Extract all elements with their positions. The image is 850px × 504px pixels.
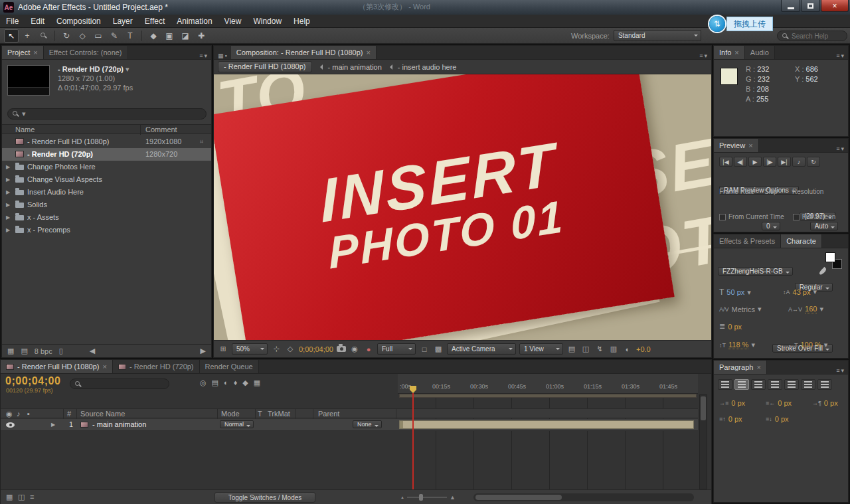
zoom-knob[interactable] [419,494,423,501]
panel-menu-icon[interactable]: ≡▾ [832,367,848,374]
space-before-value[interactable]: 0 px [728,415,742,423]
frame-blend-icon[interactable]: ▤ [212,378,218,387]
view-options-icon[interactable]: ▤ [566,345,577,353]
last-frame-button[interactable]: ▶| [778,157,791,167]
close-button[interactable]: × [821,0,849,12]
from-current-time-checkbox[interactable] [719,214,726,220]
pen-tool[interactable]: ✎ [107,29,122,42]
clone-stamp-tool[interactable]: ▣ [162,29,177,42]
first-line-indent-control[interactable]: →¶ 0 px [812,399,838,407]
selection-tool[interactable]: ↖ [4,29,19,42]
panel-menu-icon[interactable]: ≡▾ [195,52,211,59]
zoom-in-icon[interactable]: ▲ [450,494,456,501]
zoom-tool[interactable] [36,29,50,42]
loop-icon[interactable]: ↻ [807,157,820,167]
composition-viewport[interactable]: TO SE OT INSERT PHOTO 01 [214,74,711,341]
magnification-select[interactable]: 50% [232,343,268,355]
kerning-control[interactable]: A/V Metrics ▾ [719,305,762,313]
column-mode[interactable]: Mode [221,410,240,418]
trash-icon[interactable]: ▯ [59,347,63,355]
tab-paragraph[interactable]: Paragraph × [714,361,767,374]
chevron-down-icon[interactable]: ▾ [126,65,129,73]
expander-icon[interactable]: ▶ [6,224,10,236]
column-divider[interactable] [140,125,141,135]
expand-layer-switches-icon[interactable]: ▦ [6,493,13,501]
collect-files-icon[interactable]: ▦ [7,347,14,355]
panel-menu-icon[interactable]: ≡▾ [832,145,848,152]
auto-keyframe-icon[interactable]: ◆ [242,378,248,387]
current-time-display[interactable]: 0;00;04;00 [299,345,333,353]
expander-icon[interactable]: ▶ [6,173,10,186]
justify-last-left-button[interactable] [768,379,782,390]
menu-view[interactable]: View [218,15,248,28]
play-button[interactable]: ▶ [748,157,762,167]
indent-left-control[interactable]: →≡ 0 px [719,399,745,407]
menu-layer[interactable]: Layer [107,15,139,28]
pan-behind-tool[interactable]: ◇ [75,29,90,42]
indent-left-value[interactable]: 0 px [731,399,745,407]
expand-in-out-icon[interactable]: ≡ [30,493,34,501]
justify-last-right-button[interactable] [801,379,815,390]
tab-project[interactable]: Project × [2,46,44,59]
stroke-width-value[interactable]: 0 px [728,323,742,331]
bit-depth-label[interactable]: 8 bpc [35,347,52,355]
stroke-width-control[interactable]: ≣ 0 px [719,322,742,331]
align-right-button[interactable] [751,379,766,390]
mask-shape-tool[interactable]: ▭ [91,29,106,42]
table-row[interactable]: ▶ x - Assets [2,211,211,224]
project-item-name[interactable]: - Render HD (720p) [58,65,124,73]
menu-composition[interactable]: Composition [50,15,107,28]
insert-photo-card[interactable]: INSERT PHOTO 01 [214,74,675,341]
space-after-control[interactable]: ≡↓ 0 px [766,415,789,423]
vertical-scale-value[interactable]: 118 % [728,341,748,349]
tab-preview[interactable]: Preview × [714,139,759,152]
timeline-zoom-slider[interactable]: ▲ ▲ [400,493,467,501]
region-of-interest-icon[interactable]: □ [419,345,430,353]
graph-editor-icon[interactable]: ▦ [254,378,260,387]
safe-guides-icon[interactable]: ⊹ [271,345,282,353]
layer-name[interactable]: - main animation [92,420,146,428]
align-center-button[interactable] [734,379,749,390]
view-layout-select[interactable]: 1 View [519,343,563,355]
type-tool[interactable]: T [123,29,137,42]
skip-select[interactable]: 0 [762,222,780,230]
search-help-input[interactable] [792,33,838,40]
space-before-control[interactable]: ≡↑ 0 px [719,415,742,423]
chevron-down-icon[interactable]: ▾ [824,341,828,349]
fast-preview-icon[interactable]: ↯ [594,345,605,353]
tab-composition[interactable]: Composition: - Render Full HD (1080p) × [231,46,377,59]
menu-window[interactable]: Window [247,15,288,28]
expander-icon[interactable]: ▶ [51,422,55,428]
vertical-scale-control[interactable]: ↕T 118 % ▾ [719,341,755,349]
kerning-value[interactable]: Metrics [732,305,755,313]
toggle-switches-modes-button[interactable]: Toggle Switches / Modes [214,492,315,503]
project-column-headers[interactable]: Name Comment [2,124,211,134]
horizontal-scale-value[interactable]: 100 % [801,341,821,349]
tracking-value[interactable]: 160 [805,305,817,313]
justify-all-button[interactable] [817,379,832,390]
font-size-value[interactable]: 50 px [726,288,744,296]
menu-animation[interactable]: Animation [171,15,218,28]
blend-mode-select[interactable]: Normal [220,420,254,428]
tab-effects-presets[interactable]: Effects & Presets [714,234,781,248]
scroll-right-icon[interactable]: ▶ [201,347,206,355]
eye-icon[interactable] [6,422,15,428]
font-family-select[interactable]: FZZhengHeiS-R-GB [718,267,793,276]
resolution-preview-select[interactable]: Auto [810,222,839,230]
panel-menu-icon[interactable]: ≡▾ [832,52,848,59]
tab-character[interactable]: Characte [781,234,822,248]
leading-value[interactable]: 43 px [793,288,811,296]
table-row[interactable]: ▶ Solids [2,199,211,211]
leading-control[interactable]: ↕A 43 px ▾ [783,288,817,296]
upload-label[interactable]: 拖拽上传 [726,17,773,31]
scroll-left-icon[interactable]: ◀ [90,347,95,355]
parent-select[interactable]: None [353,420,382,428]
space-after-value[interactable]: 0 px [775,415,789,423]
tab-effect-controls[interactable]: Effect Controls: (none) [44,46,128,59]
scrollbar-thumb[interactable] [475,495,562,500]
timeline-search-field[interactable] [70,378,169,389]
exposure-value[interactable]: +0.0 [636,345,651,353]
channels-icon[interactable]: ● [363,345,374,353]
close-icon[interactable]: × [103,361,107,373]
upload-icon[interactable]: ⇅ [709,16,725,32]
